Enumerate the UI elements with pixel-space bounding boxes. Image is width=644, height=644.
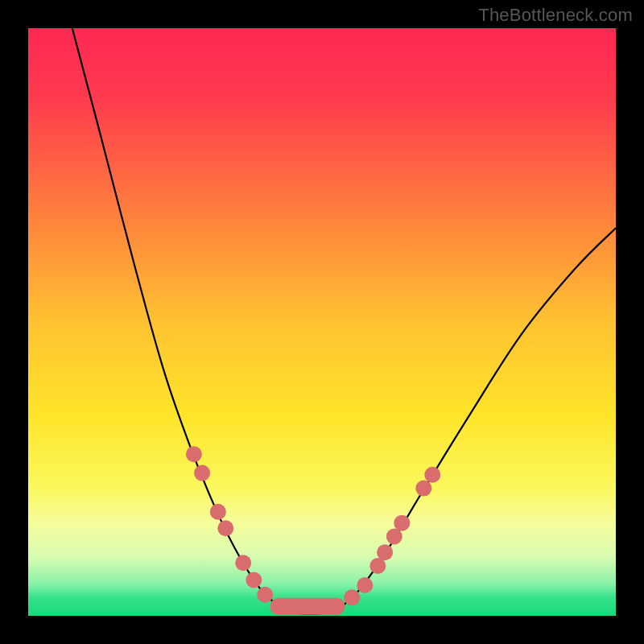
left-markers-point: [235, 555, 251, 571]
left-markers-point: [246, 572, 262, 588]
watermark-text: TheBottleneck.com: [478, 5, 633, 26]
plot-background: [28, 28, 616, 616]
right-markers-point: [386, 528, 402, 544]
left-markers-point: [257, 587, 273, 603]
left-markers-point: [186, 446, 202, 462]
right-markers-point: [344, 589, 360, 605]
right-markers-point: [415, 481, 431, 497]
left-markers-point: [194, 465, 210, 481]
left-markers-point: [217, 520, 233, 536]
right-markers-point: [377, 544, 393, 560]
right-markers-point: [424, 467, 440, 483]
right-markers-point: [357, 577, 373, 593]
right-markers-point: [394, 515, 410, 531]
bottleneck-chart: [0, 0, 644, 644]
chart-frame: TheBottleneck.com: [0, 0, 644, 644]
left-markers-point: [210, 504, 226, 520]
